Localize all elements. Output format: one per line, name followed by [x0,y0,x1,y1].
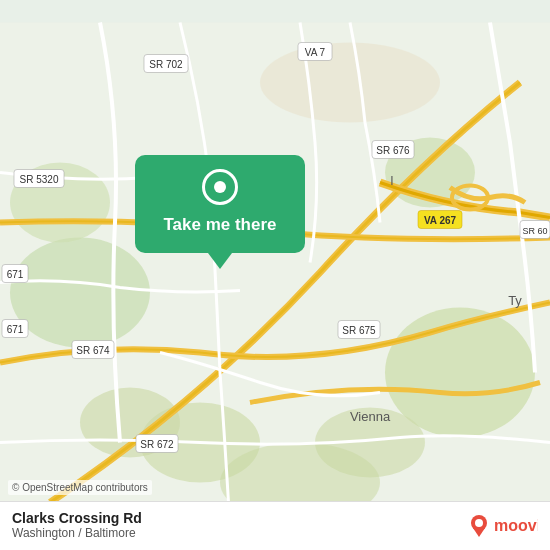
svg-marker-38 [473,528,485,537]
map-container: SR 702 VA 7 SR 5320 SR 676 VA 267 SR 675… [0,0,550,550]
svg-text:SR 5320: SR 5320 [20,174,59,185]
svg-text:671: 671 [7,269,24,280]
location-pin [202,169,238,205]
svg-text:671: 671 [7,324,24,335]
moovit-icon: moovit [468,511,538,539]
location-region: Washington / Baltimore [12,526,142,540]
svg-text:Ty: Ty [508,293,522,308]
callout-tail [208,253,232,269]
moovit-logo: moovit [468,511,538,539]
location-name: Clarks Crossing Rd [12,510,142,526]
svg-text:SR 675: SR 675 [342,325,376,336]
pin-dot [214,181,226,193]
svg-text:SR 672: SR 672 [140,439,174,450]
svg-text:SR 60: SR 60 [522,226,547,236]
callout-bubble: Take me there [135,155,305,253]
bottom-bar: Clarks Crossing Rd Washington / Baltimor… [0,501,550,550]
svg-point-1 [10,238,150,348]
svg-point-37 [475,519,483,527]
map-callout: Take me there [135,155,305,269]
take-me-there-button[interactable]: Take me there [163,215,276,235]
svg-text:VA 267: VA 267 [424,215,457,226]
svg-text:SR 676: SR 676 [376,145,410,156]
svg-text:moovit: moovit [494,517,538,534]
svg-text:Vienna: Vienna [350,409,391,424]
svg-text:VA 7: VA 7 [305,47,326,58]
svg-text:SR 674: SR 674 [76,345,110,356]
svg-text:I: I [390,174,393,188]
location-info: Clarks Crossing Rd Washington / Baltimor… [12,510,142,540]
svg-text:SR 702: SR 702 [149,59,183,70]
svg-point-9 [260,43,440,123]
map-attribution: © OpenStreetMap contributors [8,480,152,495]
